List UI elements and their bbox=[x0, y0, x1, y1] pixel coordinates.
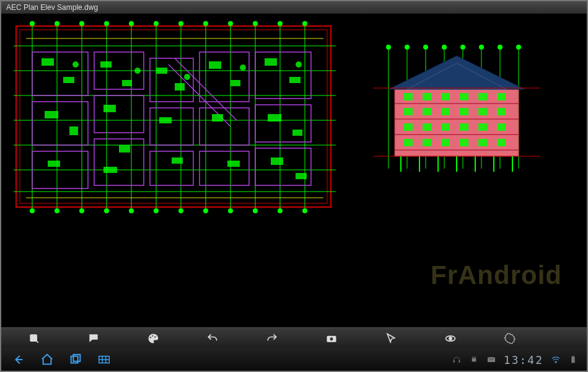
android-icon bbox=[468, 353, 480, 366]
visibility-icon[interactable] bbox=[442, 330, 459, 347]
svg-point-156 bbox=[449, 337, 452, 339]
svg-rect-128 bbox=[404, 123, 413, 131]
svg-rect-74 bbox=[159, 117, 172, 123]
svg-rect-0 bbox=[16, 26, 331, 207]
svg-point-40 bbox=[203, 208, 208, 213]
svg-rect-121 bbox=[497, 93, 506, 100]
svg-rect-135 bbox=[423, 139, 431, 146]
svg-point-37 bbox=[129, 208, 134, 213]
drawing-canvas[interactable]: FrAndroid bbox=[1, 14, 587, 327]
svg-rect-124 bbox=[441, 108, 450, 115]
svg-rect-119 bbox=[460, 93, 468, 100]
svg-rect-79 bbox=[227, 161, 240, 167]
svg-rect-134 bbox=[404, 139, 413, 146]
svg-point-151 bbox=[152, 335, 154, 337]
annotate-tool-icon[interactable] bbox=[86, 330, 102, 347]
svg-point-101 bbox=[386, 45, 391, 50]
svg-rect-138 bbox=[478, 139, 487, 146]
svg-rect-75 bbox=[172, 157, 183, 164]
svg-rect-65 bbox=[69, 126, 78, 135]
svg-rect-127 bbox=[497, 108, 506, 115]
apps-grid-nav-icon[interactable] bbox=[92, 351, 116, 368]
svg-rect-46 bbox=[32, 102, 88, 145]
svg-rect-131 bbox=[460, 123, 468, 131]
svg-rect-117 bbox=[423, 93, 431, 100]
svg-rect-80 bbox=[265, 58, 277, 66]
svg-rect-164 bbox=[472, 358, 476, 361]
svg-marker-110 bbox=[388, 56, 525, 89]
svg-point-32 bbox=[302, 21, 307, 26]
wifi-icon bbox=[550, 353, 562, 366]
app-toolbar bbox=[1, 327, 587, 348]
svg-rect-125 bbox=[460, 108, 468, 115]
svg-rect-139 bbox=[497, 139, 506, 146]
svg-point-24 bbox=[104, 21, 109, 26]
svg-point-35 bbox=[79, 208, 84, 213]
svg-point-25 bbox=[129, 21, 134, 26]
home-nav-icon[interactable] bbox=[35, 351, 59, 368]
camera-icon[interactable] bbox=[323, 330, 340, 347]
mail-icon bbox=[485, 353, 498, 366]
svg-point-90 bbox=[296, 61, 302, 68]
svg-rect-126 bbox=[478, 108, 487, 115]
svg-rect-56 bbox=[200, 151, 249, 185]
svg-point-154 bbox=[330, 337, 333, 340]
svg-rect-136 bbox=[441, 139, 450, 146]
draw-tool-icon[interactable] bbox=[26, 330, 42, 347]
svg-rect-54 bbox=[200, 52, 249, 102]
svg-point-28 bbox=[203, 21, 208, 26]
svg-rect-62 bbox=[42, 58, 54, 66]
svg-rect-170 bbox=[573, 356, 574, 356]
svg-rect-116 bbox=[404, 93, 413, 100]
svg-rect-71 bbox=[103, 167, 117, 173]
svg-point-106 bbox=[479, 45, 484, 50]
svg-rect-57 bbox=[255, 52, 311, 99]
svg-rect-68 bbox=[122, 80, 132, 86]
undo-icon[interactable] bbox=[204, 330, 221, 347]
svg-point-41 bbox=[228, 208, 233, 213]
plan-view bbox=[14, 21, 336, 213]
palette-tool-icon[interactable] bbox=[145, 330, 161, 347]
svg-point-33 bbox=[30, 208, 35, 213]
svg-rect-69 bbox=[103, 105, 116, 112]
svg-rect-133 bbox=[497, 123, 506, 131]
svg-point-31 bbox=[278, 21, 283, 26]
svg-point-105 bbox=[460, 45, 465, 50]
svg-point-150 bbox=[150, 337, 152, 339]
svg-point-39 bbox=[178, 208, 183, 213]
svg-point-26 bbox=[154, 21, 159, 26]
svg-point-44 bbox=[302, 208, 307, 213]
svg-point-22 bbox=[55, 21, 59, 26]
svg-rect-63 bbox=[63, 77, 74, 83]
svg-point-27 bbox=[178, 21, 183, 26]
recent-apps-nav-icon[interactable] bbox=[63, 351, 88, 368]
svg-rect-76 bbox=[209, 61, 221, 69]
svg-rect-58 bbox=[255, 105, 311, 142]
svg-rect-123 bbox=[423, 108, 431, 115]
svg-point-157 bbox=[509, 337, 512, 340]
back-nav-icon[interactable] bbox=[6, 351, 31, 368]
svg-point-29 bbox=[228, 21, 233, 26]
svg-rect-137 bbox=[460, 139, 468, 146]
svg-point-108 bbox=[516, 45, 521, 50]
svg-point-38 bbox=[154, 208, 159, 213]
svg-rect-72 bbox=[156, 68, 167, 74]
settings-icon[interactable] bbox=[502, 330, 518, 347]
svg-rect-120 bbox=[478, 93, 487, 100]
svg-point-165 bbox=[473, 356, 473, 357]
redo-icon[interactable] bbox=[264, 330, 280, 347]
svg-rect-159 bbox=[73, 355, 80, 361]
svg-rect-59 bbox=[255, 148, 311, 185]
watermark-text: FrAndroid bbox=[431, 260, 562, 290]
svg-point-23 bbox=[79, 21, 84, 26]
svg-point-86 bbox=[72, 61, 79, 68]
svg-point-107 bbox=[498, 45, 502, 50]
svg-rect-130 bbox=[441, 123, 450, 131]
svg-rect-81 bbox=[289, 77, 301, 83]
svg-point-104 bbox=[442, 45, 447, 50]
clock: 13:42 bbox=[504, 353, 543, 366]
select-tool-icon[interactable] bbox=[383, 330, 399, 347]
svg-rect-82 bbox=[268, 114, 281, 122]
battery-icon bbox=[567, 353, 579, 366]
system-navbar: 13:42 bbox=[1, 348, 587, 371]
